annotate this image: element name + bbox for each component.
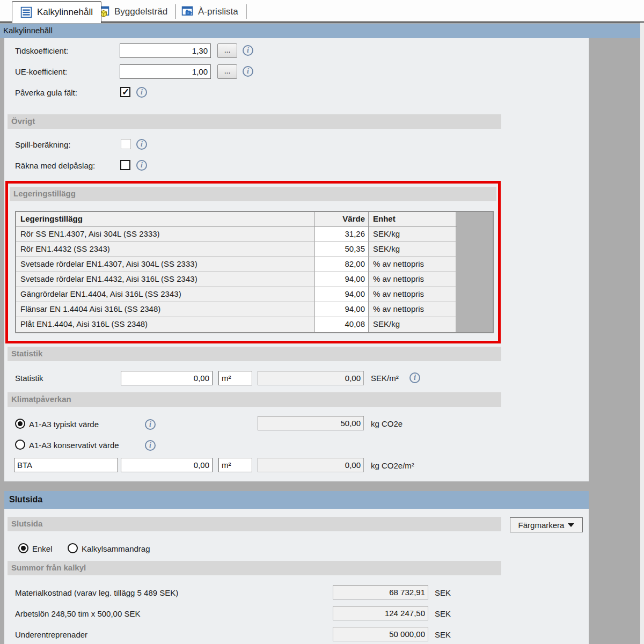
enkel-radio[interactable] bbox=[18, 543, 28, 553]
cell-name: Svetsade rördelar EN1.4432, Aisi 316L (S… bbox=[16, 272, 315, 287]
ue-koefficient-browse-button[interactable]: ... bbox=[217, 64, 237, 79]
statistik-area-input[interactable] bbox=[121, 371, 213, 385]
tab-bar: Kalkylinnehåll Byggdelsträd À-prislista bbox=[0, 0, 644, 23]
ue-koefficient-label: UE-koefficient: bbox=[15, 67, 67, 76]
a1-a3-konservativt-radio[interactable] bbox=[15, 440, 25, 450]
tab-kalkylinnehall[interactable]: Kalkylinnehåll bbox=[12, 1, 101, 23]
cell-varde: 94,00 bbox=[315, 302, 369, 317]
bta-result-unit-label: kg CO2e/m² bbox=[371, 461, 414, 470]
info-icon[interactable] bbox=[145, 440, 156, 451]
slutsida-caption: Slutsida bbox=[4, 491, 589, 509]
paverka-gula-falt-label: Påverka gula fält: bbox=[15, 88, 77, 97]
info-icon[interactable] bbox=[243, 66, 253, 77]
tab-label: Byggdelsträd bbox=[114, 6, 167, 17]
kalkylsammandrag-radio[interactable] bbox=[68, 543, 78, 553]
fargmarkera-button[interactable]: Färgmarkera bbox=[510, 517, 583, 532]
kalkylsammandrag-label: Kalkylsammandrag bbox=[82, 544, 150, 553]
materialkostnad-label: Materialkostnad (varav leg. tillägg 5 48… bbox=[15, 588, 178, 597]
materialkostnad-input bbox=[333, 585, 428, 599]
bta-result-input bbox=[258, 458, 364, 472]
tab-label: Kalkylinnehåll bbox=[37, 7, 93, 18]
a1-a3-typiskt-label: A1-A3 typiskt värde bbox=[29, 420, 99, 429]
cell-varde: 94,00 bbox=[315, 287, 369, 302]
page-caption: Kalkylinnehåll bbox=[0, 24, 644, 38]
bta-area-unit-input[interactable] bbox=[218, 458, 252, 472]
rakna-med-delpaslag-label: Räkna med delpåslag: bbox=[15, 161, 95, 170]
arbetslon-unit-label: SEK bbox=[435, 609, 451, 618]
table-row[interactable]: Gängrördelar EN1.4404, Aisi 316L (SS 234… bbox=[16, 287, 457, 302]
table-header-row: Legeringstillägg Värde Enhet bbox=[16, 212, 457, 227]
statistik-result-unit-label: SEK/m² bbox=[371, 374, 399, 383]
tab-a-prislista[interactable]: À-prislista bbox=[181, 2, 238, 21]
column-header-enhet[interactable]: Enhet bbox=[369, 212, 456, 226]
cell-varde: 94,00 bbox=[315, 272, 369, 287]
bta-area-input[interactable] bbox=[121, 458, 213, 472]
cell-varde: 82,00 bbox=[315, 257, 369, 272]
cell-enhet: SEK/kg bbox=[369, 227, 456, 241]
bta-input[interactable] bbox=[14, 458, 118, 472]
cell-name: Flänsar EN 1.4404 Aisi 316L (SS 2348) bbox=[16, 302, 315, 317]
info-icon[interactable] bbox=[136, 160, 147, 171]
materialkostnad-unit-label: SEK bbox=[435, 588, 451, 597]
table-row[interactable]: Plåt EN1.4404, Aisi 316L (SS 2348) 40,08… bbox=[16, 317, 457, 332]
table-row[interactable]: Svetsade rördelar EN1.4432, Aisi 316L (S… bbox=[16, 272, 457, 287]
underentreprenader-unit-label: SEK bbox=[435, 630, 451, 639]
cell-varde: 31,26 bbox=[315, 227, 369, 241]
slutsida-panel: Slutsida Färgmarkera Enkel Kalkylsammand… bbox=[4, 509, 589, 644]
info-icon[interactable] bbox=[136, 87, 147, 98]
table-empty-area bbox=[457, 212, 493, 332]
legeringstillagg-table: Legeringstillägg Värde Enhet Rör SS EN1.… bbox=[15, 211, 494, 333]
spill-berakning-checkbox bbox=[121, 139, 131, 149]
cell-enhet: % av nettopris bbox=[369, 302, 456, 317]
cell-name: Svetsade rördelar EN1.4307, Aisi 304L (S… bbox=[16, 257, 315, 272]
underentreprenader-input bbox=[333, 627, 428, 641]
enkel-label: Enkel bbox=[32, 544, 53, 553]
tab-byggdelstrad[interactable]: Byggdelsträd bbox=[98, 2, 167, 21]
fargmarkera-button-label: Färgmarkera bbox=[518, 521, 565, 530]
arbetslon-input bbox=[333, 606, 428, 620]
cell-varde: 50,35 bbox=[315, 242, 369, 257]
typiskt-unit-label: kg CO2e bbox=[371, 419, 402, 428]
info-icon[interactable] bbox=[243, 45, 253, 56]
legeringstillagg-section-header: Legeringstillägg bbox=[10, 187, 496, 201]
tab-label: À-prislista bbox=[198, 6, 238, 17]
tidskoefficient-label: Tidskoefficient: bbox=[15, 46, 68, 55]
cell-name: Plåt EN1.4404, Aisi 316L (SS 2348) bbox=[16, 317, 315, 332]
column-header-varde[interactable]: Värde bbox=[315, 212, 369, 226]
ue-koefficient-input[interactable] bbox=[120, 64, 211, 79]
statistik-area-unit-input[interactable] bbox=[218, 371, 252, 385]
typiskt-varde-input bbox=[258, 416, 364, 430]
cell-name: Gängrördelar EN1.4404, Aisi 316L (SS 234… bbox=[16, 287, 315, 302]
statistik-result-input bbox=[258, 371, 364, 385]
underentreprenader-label: Underentreprenader bbox=[15, 630, 87, 639]
table-row[interactable]: Rör SS EN1.4307, Aisi 304L (SS 2333) 31,… bbox=[16, 227, 457, 242]
cell-enhet: % av nettopris bbox=[369, 257, 456, 272]
arbetslon-label: Arbetslön 248,50 tim x 500,00 SEK bbox=[15, 609, 140, 618]
column-header-name[interactable]: Legeringstillägg bbox=[16, 212, 315, 226]
info-icon[interactable] bbox=[409, 372, 420, 383]
a1-a3-typiskt-radio[interactable] bbox=[15, 419, 25, 429]
cell-enhet: SEK/kg bbox=[369, 317, 456, 332]
statistik-section-header: Statistik bbox=[8, 347, 501, 361]
info-icon[interactable] bbox=[145, 419, 156, 430]
info-icon[interactable] bbox=[136, 139, 147, 150]
spill-berakning-label: Spill-beräkning: bbox=[15, 140, 70, 149]
cell-enhet: % av nettopris bbox=[369, 272, 456, 287]
list-form-icon bbox=[20, 6, 32, 18]
tidskoefficient-input[interactable] bbox=[120, 43, 211, 58]
cell-name: Rör SS EN1.4307, Aisi 304L (SS 2333) bbox=[16, 227, 315, 241]
tidskoefficient-browse-button[interactable]: ... bbox=[217, 43, 237, 58]
table-row[interactable]: Rör EN1.4432 (SS 2343) 50,35 SEK/kg bbox=[16, 242, 457, 257]
dropdown-arrow-icon bbox=[568, 523, 574, 527]
cell-varde: 40,08 bbox=[315, 317, 369, 332]
cell-name: Rör EN1.4432 (SS 2343) bbox=[16, 242, 315, 257]
table-row[interactable]: Svetsade rördelar EN1.4307, Aisi 304L (S… bbox=[16, 257, 457, 272]
scrollbar-track[interactable] bbox=[640, 23, 644, 644]
price-list-icon bbox=[181, 6, 193, 18]
paverka-gula-falt-checkbox[interactable] bbox=[120, 87, 130, 97]
slutsida-section-header: Slutsida bbox=[8, 517, 501, 531]
statistik-label: Statistik bbox=[15, 374, 43, 383]
rakna-med-delpaslag-checkbox[interactable] bbox=[120, 160, 130, 170]
table-row[interactable]: Flänsar EN 1.4404 Aisi 316L (SS 2348) 94… bbox=[16, 302, 457, 317]
cell-enhet: % av nettopris bbox=[369, 287, 456, 302]
